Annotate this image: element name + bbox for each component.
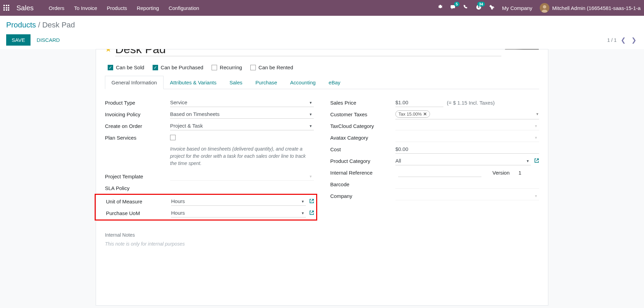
messages-badge: 5 bbox=[454, 2, 460, 7]
label-internal-reference: Internal Reference bbox=[330, 170, 395, 176]
user-name: Mitchell Admin (16654581-saas-15-1-a bbox=[552, 5, 641, 11]
external-link-icon[interactable] bbox=[534, 158, 539, 164]
label-barcode: Barcode bbox=[330, 181, 395, 187]
menu-orders[interactable]: Orders bbox=[49, 5, 64, 11]
create-on-order-select[interactable] bbox=[170, 121, 314, 130]
check-icon: ✓ bbox=[153, 65, 158, 70]
tools-icon[interactable] bbox=[489, 4, 494, 11]
sales-price-note: (= $ 1.15 Incl. Taxes) bbox=[443, 100, 539, 106]
tab-accounting[interactable]: Accounting bbox=[284, 76, 322, 89]
cost-input[interactable] bbox=[395, 145, 539, 154]
main-menu: Orders To Invoice Products Reporting Con… bbox=[49, 5, 199, 11]
sales-price-input[interactable] bbox=[395, 98, 443, 107]
breadcrumb: Products / Desk Pad bbox=[6, 21, 638, 29]
tab-general-information[interactable]: General Information bbox=[105, 76, 164, 89]
company-name[interactable]: My Company bbox=[502, 5, 532, 11]
label-plan-services: Plan Services bbox=[105, 135, 170, 141]
product-category-select[interactable] bbox=[395, 156, 531, 165]
svg-point-1 bbox=[543, 5, 546, 9]
label-create-on-order: Create on Order bbox=[105, 123, 170, 129]
taxcloud-category-select[interactable] bbox=[395, 121, 539, 130]
label-project-template: Project Template bbox=[105, 174, 170, 179]
label-sla-policy: SLA Policy bbox=[105, 185, 170, 191]
checkbox-can-be-rented[interactable]: Can be Rented bbox=[250, 64, 293, 70]
avatar bbox=[540, 3, 549, 13]
check-icon bbox=[212, 65, 217, 70]
tax-tag: Tax 15.00% ✕ bbox=[395, 110, 430, 118]
product-image[interactable] bbox=[505, 49, 539, 50]
pager-text: 1 / 1 bbox=[607, 37, 617, 43]
check-icon: ✓ bbox=[108, 65, 113, 70]
invoicing-policy-select[interactable] bbox=[170, 110, 314, 119]
menu-reporting[interactable]: Reporting bbox=[137, 5, 159, 11]
breadcrumb-products[interactable]: Products bbox=[6, 21, 36, 29]
label-customer-taxes: Customer Taxes bbox=[330, 111, 395, 117]
menu-configuration[interactable]: Configuration bbox=[169, 5, 199, 11]
pager-next[interactable]: ❯ bbox=[630, 36, 638, 44]
caret-down-icon: ▼ bbox=[536, 112, 539, 116]
unit-of-measure-select[interactable] bbox=[171, 197, 306, 206]
discard-button[interactable]: DISCARD bbox=[32, 34, 65, 46]
phone-icon[interactable] bbox=[464, 5, 468, 11]
label-version: Version bbox=[484, 170, 516, 176]
app-brand[interactable]: Sales bbox=[16, 4, 34, 12]
help-text: Invoice based on timesheets (delivered q… bbox=[170, 143, 314, 170]
favorite-star-icon[interactable]: ★ bbox=[105, 49, 112, 54]
highlight-box: Unit of Measure ▼ Purchase UoM bbox=[95, 194, 317, 221]
breadcrumb-current: Desk Pad bbox=[42, 21, 75, 29]
label-taxcloud-category: TaxCloud Category bbox=[330, 123, 395, 129]
messages-icon[interactable]: 5 bbox=[451, 4, 456, 11]
external-link-icon[interactable] bbox=[309, 210, 314, 216]
label-product-category: Product Category bbox=[330, 158, 395, 164]
checkbox-can-be-sold[interactable]: ✓ Can be Sold bbox=[108, 64, 144, 70]
external-link-icon[interactable] bbox=[309, 199, 314, 204]
version-value: 1 bbox=[518, 170, 539, 176]
top-navbar: Sales Orders To Invoice Products Reporti… bbox=[0, 0, 644, 16]
label-sales-price: Sales Price bbox=[330, 100, 395, 106]
barcode-input[interactable] bbox=[395, 180, 539, 189]
pager: 1 / 1 ❮ ❯ bbox=[607, 36, 638, 44]
pager-prev[interactable]: ❮ bbox=[619, 36, 627, 44]
product-title[interactable]: Desk Pad bbox=[115, 49, 501, 56]
label-company: Company bbox=[330, 193, 395, 199]
internal-reference-input[interactable] bbox=[398, 168, 481, 177]
tab-ebay[interactable]: eBay bbox=[322, 76, 347, 89]
check-icon bbox=[250, 65, 256, 70]
label-purchase-uom: Purchase UoM bbox=[106, 210, 171, 216]
label-avatax-category: Avatax Category bbox=[330, 135, 395, 141]
tab-attributes-variants[interactable]: Attributes & Variants bbox=[164, 76, 223, 89]
menu-to-invoice[interactable]: To Invoice bbox=[74, 5, 97, 11]
label-product-type: Product Type bbox=[105, 100, 170, 106]
save-button[interactable]: SAVE bbox=[6, 34, 31, 46]
label-invoicing-policy: Invoicing Policy bbox=[105, 111, 170, 117]
menu-products[interactable]: Products bbox=[107, 5, 127, 11]
tab-purchase[interactable]: Purchase bbox=[249, 76, 284, 89]
plan-services-checkbox[interactable] bbox=[170, 135, 176, 140]
checkbox-can-be-purchased[interactable]: ✓ Can be Purchased bbox=[153, 64, 203, 70]
project-template-select[interactable] bbox=[170, 172, 314, 181]
activities-icon[interactable]: 34 bbox=[476, 4, 481, 11]
customer-taxes-field[interactable]: Tax 15.00% ✕ ▼ bbox=[395, 109, 539, 119]
internal-notes-heading: Internal Notes bbox=[105, 232, 539, 238]
avatax-category-select[interactable] bbox=[395, 133, 539, 142]
tabs: General Information Attributes & Variant… bbox=[105, 76, 539, 89]
control-panel: Products / Desk Pad SAVE DISCARD 1 / 1 ❮… bbox=[0, 16, 644, 49]
tab-sales[interactable]: Sales bbox=[223, 76, 249, 89]
tag-remove-icon[interactable]: ✕ bbox=[423, 111, 427, 117]
product-type-select[interactable] bbox=[170, 98, 314, 107]
bug-icon[interactable] bbox=[438, 4, 443, 11]
purchase-uom-select[interactable] bbox=[171, 209, 306, 217]
label-cost: Cost bbox=[330, 146, 395, 152]
activities-badge: 34 bbox=[477, 2, 485, 7]
apps-icon[interactable] bbox=[3, 5, 10, 11]
label-unit-of-measure: Unit of Measure bbox=[106, 199, 171, 204]
user-menu[interactable]: Mitchell Admin (16654581-saas-15-1-a bbox=[540, 3, 641, 13]
form-sheet: ★ Desk Pad ✓ Can be Sold ✓ Can be Purcha… bbox=[96, 49, 548, 306]
company-select[interactable] bbox=[395, 191, 539, 200]
internal-notes-placeholder[interactable]: This note is only for internal purposes bbox=[105, 241, 539, 247]
checkbox-recurring[interactable]: Recurring bbox=[212, 64, 242, 70]
